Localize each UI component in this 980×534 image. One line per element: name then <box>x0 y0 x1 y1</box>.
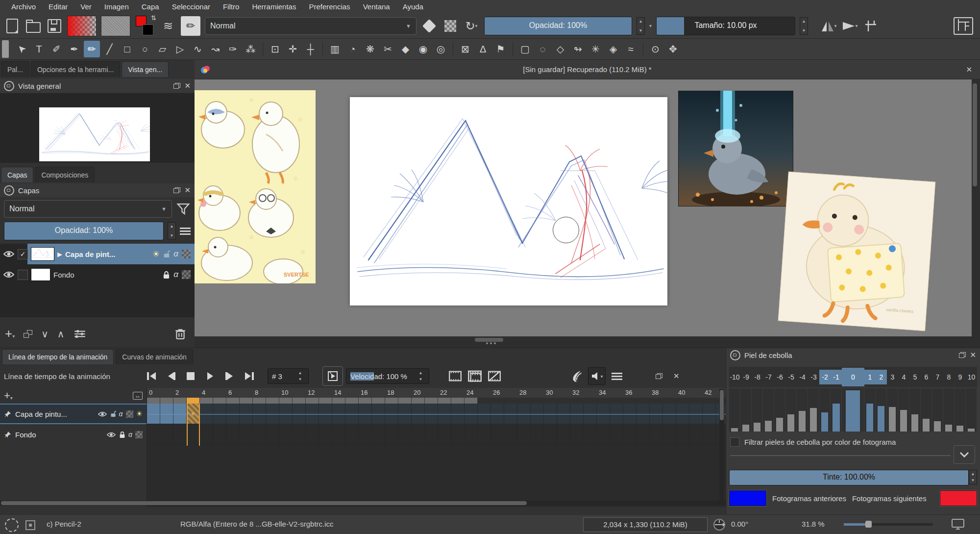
timeline-vscrollbar-thumb[interactable] <box>720 390 724 420</box>
onion-bar-col--1[interactable] <box>831 388 842 432</box>
onion-bar-8[interactable] <box>945 425 952 432</box>
alpha-icon[interactable]: α <box>173 249 178 259</box>
previous-frames-color-swatch[interactable] <box>729 490 766 506</box>
onion-bar--8[interactable] <box>754 423 760 432</box>
layer-checkbox[interactable] <box>18 270 28 280</box>
frame-cell-bg-33[interactable] <box>584 424 597 445</box>
inherit-alpha-icon[interactable] <box>182 250 191 258</box>
brush-editor-button[interactable]: ✏ <box>181 16 200 36</box>
onion-number-8[interactable]: 8 <box>943 370 955 384</box>
onion-bar--9[interactable] <box>742 425 749 432</box>
opacity-spinner[interactable]: ▲▼ <box>637 17 645 35</box>
onion-bar-col--10[interactable] <box>729 388 740 432</box>
layer-opacity-spinner[interactable]: ▲▼ <box>168 222 176 240</box>
onion-bar-col-0[interactable] <box>842 388 864 432</box>
reload-preset-button[interactable]: ↻▾ <box>463 16 480 36</box>
frame-cell-bg-37[interactable] <box>637 424 650 445</box>
tool-move[interactable]: ✛ <box>285 41 301 57</box>
current-frame-spinbox[interactable]: # 3 ▲▼ <box>268 368 309 384</box>
frame-cell-bg-30[interactable] <box>544 424 557 445</box>
tab-palette[interactable]: Pal... <box>1 61 29 77</box>
frame-cell-bg-13[interactable] <box>319 424 332 445</box>
layer-blend-mode-dropdown[interactable]: Normal ▼ <box>4 200 172 218</box>
tool-magnetic-select[interactable]: ≈ <box>623 41 639 57</box>
onion-number-10[interactable]: 10 <box>966 370 977 384</box>
frame-cell-bg-18[interactable] <box>385 424 398 445</box>
canvas-vscrollbar-thumb[interactable] <box>973 83 977 186</box>
tool-bezier-select[interactable]: ◈ <box>605 41 621 57</box>
stop-button[interactable] <box>182 368 199 384</box>
frame-cell-bg-20[interactable] <box>412 424 425 445</box>
onion-bar-4[interactable] <box>900 410 907 432</box>
layer-name[interactable]: Capa de pint... <box>65 250 116 258</box>
onion-number-3[interactable]: 3 <box>887 370 898 384</box>
onion-number--1[interactable]: -1 <box>831 370 842 384</box>
layer-thumbnail[interactable] <box>31 268 50 281</box>
onion-skin-lamp-icon[interactable]: ☀ <box>152 249 160 259</box>
frame-cell-bg-21[interactable] <box>425 424 438 445</box>
onion-bar-col-5[interactable] <box>909 388 921 432</box>
next-frames-color-swatch[interactable] <box>940 490 977 506</box>
tool-enclose-fill[interactable]: ◉ <box>415 41 431 57</box>
eraser-mode-button[interactable] <box>421 16 438 36</box>
tab-tool-options[interactable]: Opciones de la herrami... <box>31 61 120 77</box>
tool-transform[interactable]: ⊡ <box>267 41 283 57</box>
onion-bar--1[interactable] <box>833 404 839 432</box>
tool-ellipse[interactable]: ○ <box>137 41 153 57</box>
gradient-chooser[interactable] <box>67 16 97 36</box>
lock-docker-icon[interactable] <box>730 350 740 360</box>
onion-bar-col-7[interactable] <box>932 388 943 432</box>
onion-bar-0[interactable] <box>846 390 859 432</box>
inherit-alpha-icon[interactable] <box>126 410 133 418</box>
tool-smart-patch[interactable]: ✂ <box>380 41 396 57</box>
onion-number-5[interactable]: 5 <box>909 370 921 384</box>
frame-cell-bg-29[interactable] <box>531 424 544 445</box>
onion-bar-col--2[interactable] <box>819 388 831 432</box>
onion-bar-6[interactable] <box>923 419 930 432</box>
float-docker-icon[interactable] <box>959 352 966 358</box>
rotation-angle-value[interactable]: 0.00° <box>731 520 748 528</box>
frame-cell-bg-40[interactable] <box>676 424 689 445</box>
canvas-hscrollbar-thumb[interactable] <box>475 338 503 342</box>
timeline-add-layer-button[interactable]: + <box>4 389 10 402</box>
float-docker-icon[interactable] <box>656 373 662 379</box>
onion-number-6[interactable]: 6 <box>921 370 932 384</box>
timeline-hscrollbar[interactable] <box>0 501 726 506</box>
delete-frame-button[interactable] <box>486 368 503 384</box>
tool-edit-shapes[interactable]: ✐ <box>49 41 65 57</box>
pattern-chooser[interactable] <box>101 16 130 36</box>
onion-bar-10[interactable] <box>968 429 975 432</box>
frame-cell-bg-16[interactable] <box>359 424 372 445</box>
tool-polyline[interactable]: ▷ <box>172 41 188 57</box>
tool-bezier-curve[interactable]: ∿ <box>190 41 206 57</box>
menu-imagen[interactable]: Imagen <box>98 2 135 11</box>
playback-speed-spinbox[interactable]: Velocidad: 100 % ▲▼ <box>346 368 429 384</box>
frame-cell-bg-6[interactable] <box>226 424 240 445</box>
onion-bar-col-2[interactable] <box>876 388 887 432</box>
image-dimensions[interactable]: 2,034 x 1,330 (110.2 MiB) <box>583 517 708 532</box>
close-docker-icon[interactable]: ✕ <box>184 81 191 90</box>
canvas-viewport[interactable]: SVERTSE <box>195 79 972 336</box>
onion-bar-col--5[interactable] <box>785 388 797 432</box>
frame-cell-bg-8[interactable] <box>253 424 266 445</box>
add-duplicate-frame-button[interactable] <box>466 368 483 384</box>
lock-open-icon[interactable] <box>110 410 116 417</box>
tool-gradient[interactable]: ▥ <box>327 41 343 57</box>
next-frame-button[interactable] <box>221 368 238 384</box>
tool-colorize-mask[interactable]: ◎ <box>433 41 449 57</box>
onion-bar-col--3[interactable] <box>808 388 819 432</box>
onion-number--9[interactable]: -9 <box>740 370 752 384</box>
tab-layers[interactable]: Capas <box>1 167 33 182</box>
onion-number--2[interactable]: -2 <box>819 370 831 384</box>
tool-measure[interactable]: ∆ <box>475 41 491 57</box>
onion-bar--10[interactable] <box>731 428 738 432</box>
onion-bar-col-1[interactable] <box>864 388 876 432</box>
onion-bar-col-8[interactable] <box>943 388 955 432</box>
layer-visible-icon[interactable] <box>3 250 15 258</box>
onion-bar-9[interactable] <box>956 426 963 432</box>
onion-bar-col-10[interactable] <box>966 388 977 432</box>
timeline-ruler[interactable]: 024681012141618202224262830323436384042 <box>147 388 726 398</box>
onion-bar--5[interactable] <box>787 414 794 432</box>
add-blank-frame-button[interactable] <box>447 368 464 384</box>
tool-reference-images[interactable]: ⚑ <box>492 41 509 57</box>
